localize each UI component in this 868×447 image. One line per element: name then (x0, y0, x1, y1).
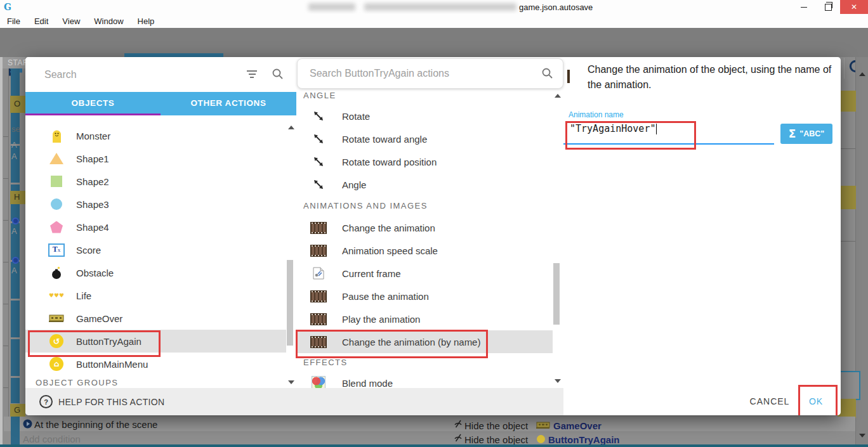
annotation-box-tryagain (28, 330, 161, 357)
comment-fragment: H (14, 192, 20, 202)
action-item-change-animation[interactable]: Change the animation (296, 216, 553, 239)
menu-file[interactable]: File (0, 16, 27, 26)
object-item-label: Shape4 (76, 222, 109, 233)
events-tree-ticks (3, 95, 8, 418)
action-item-rotate[interactable]: Rotate (296, 105, 553, 127)
section-header-effects: EFFECTS (303, 358, 348, 367)
objects-scroll-down-icon[interactable] (288, 380, 294, 384)
action-item-label: Angle (342, 179, 366, 190)
object-item-shape3[interactable]: Shape3 (25, 193, 286, 216)
actions-scrollbar-thumb[interactable] (553, 263, 560, 325)
action-item-angle[interactable]: Angle (296, 173, 553, 196)
event-condition-row (4, 431, 855, 446)
object-groups-header: OBJECT GROUPS (36, 378, 119, 387)
tryagain-mini-icon (537, 435, 545, 443)
action-item-label: Pause the animation (342, 291, 429, 302)
object-item-monster[interactable]: Monster (25, 124, 286, 147)
object-item-shape4[interactable]: Shape4 (25, 216, 286, 238)
object-item-score[interactable]: Tx Score (25, 238, 286, 261)
object-item-label: Shape3 (76, 199, 109, 210)
search-icon (541, 67, 554, 80)
hide-action-object: ButtonTryAgain (548, 434, 620, 445)
annotation-box-ok (798, 385, 838, 415)
objects-scroll-up-icon[interactable] (288, 126, 294, 129)
close-icon: ✕ (851, 3, 857, 11)
hide-action-icon (454, 434, 462, 442)
gameover-banner-icon (48, 314, 65, 322)
minimize-icon (801, 7, 807, 8)
start-column-label: START (8, 58, 25, 67)
object-item-gameover[interactable]: GameOver (25, 307, 286, 330)
action-item-rotate-toward-position[interactable]: Rotate toward position (296, 150, 553, 173)
event-selection-bar (11, 417, 20, 446)
objects-scrollbar-thumb[interactable] (287, 260, 293, 346)
actions-search-input[interactable] (308, 59, 533, 88)
menu-view[interactable]: View (55, 16, 87, 26)
square-icon (48, 176, 65, 187)
gdevelop-window: G game.json.autosave ✕ File Edit View Wi… (0, 0, 868, 447)
object-item-obstacle[interactable]: Obstacle (25, 261, 286, 284)
action-item-current-frame[interactable]: Current frame (296, 262, 553, 285)
circle-icon (48, 198, 65, 210)
rotate-icon (310, 179, 327, 190)
annotation-box-animation-name (565, 121, 696, 150)
hide-action-text: Hide the object (464, 434, 528, 445)
menu-help[interactable]: Help (131, 16, 162, 26)
redacted-path-block (364, 3, 516, 11)
tab-objects[interactable]: OBJECTS (25, 92, 161, 113)
abc-label: "ABC" (799, 129, 824, 138)
search-icon (272, 68, 284, 81)
actions-scroll-up-icon[interactable] (555, 94, 561, 98)
events-tree-line (8, 68, 9, 444)
redacted-text-block (308, 3, 355, 11)
object-item-shape2[interactable]: Shape2 (25, 170, 286, 193)
objects-tabbar: OBJECTS OTHER ACTIONS (25, 92, 296, 115)
frame-page-icon (310, 267, 327, 280)
action-item-label: Rotate toward angle (342, 134, 427, 145)
filmstrip-icon (310, 290, 327, 302)
maximize-button[interactable] (816, 0, 840, 14)
window-title: game.json.autosave (519, 3, 593, 12)
help-link[interactable]: HELP FOR THIS ACTION (58, 397, 164, 407)
event-selection-bar (11, 68, 20, 403)
event-text-fragment: A (11, 266, 17, 275)
action-description: Change the animation of the object, usin… (588, 62, 840, 93)
minimize-button[interactable] (792, 0, 816, 14)
close-button[interactable]: ✕ (840, 0, 868, 14)
triangle-icon (48, 153, 65, 164)
comment-fragment: G (14, 405, 20, 415)
menu-edit[interactable]: Edit (27, 16, 55, 26)
rotate-icon (310, 110, 327, 122)
event-text-fragment: A (11, 226, 17, 236)
condition-flower-icon (12, 217, 19, 224)
action-item-label: Current frame (342, 268, 401, 279)
action-item-animation-speed[interactable]: Animation speed scale (296, 239, 553, 262)
home-button-icon: ⌂ (48, 357, 65, 371)
at-beginning-icon (23, 419, 32, 429)
filter-icon[interactable] (247, 70, 257, 78)
section-header-angle: ANGLE (303, 91, 336, 100)
action-item-rotate-toward-angle[interactable]: Rotate toward angle (296, 127, 553, 150)
dialog-footer: ? HELP FOR THIS ACTION (25, 388, 563, 415)
action-item-pause-animation[interactable]: Pause the animation (296, 285, 553, 308)
add-condition-text: Add condition (23, 434, 81, 444)
object-item-shape1[interactable]: Shape1 (25, 147, 286, 170)
cancel-button[interactable]: CANCEL (741, 393, 798, 410)
object-item-label: Obstacle (76, 268, 114, 278)
active-tab-indicator (25, 113, 161, 115)
filmstrip-icon (567, 71, 570, 82)
action-item-play-animation[interactable]: Play the animation (296, 308, 553, 330)
tab-other-actions[interactable]: OTHER ACTIONS (161, 92, 296, 113)
condition-flower-icon (12, 257, 19, 264)
object-item-label: Shape2 (76, 176, 109, 187)
action-item-label: Blend mode (342, 378, 393, 389)
object-item-life[interactable]: ♥♥♥ Life (25, 284, 286, 307)
gdevelop-logo-icon: G (4, 2, 11, 12)
toolbar-separator (844, 58, 845, 79)
expression-editor-button[interactable]: Σ "ABC" (780, 124, 832, 144)
hearts-icon: ♥♥♥ (48, 292, 65, 299)
menubar: File Edit View Window Help (0, 14, 868, 29)
menu-window[interactable]: Window (87, 16, 130, 26)
objects-search-input[interactable] (25, 57, 260, 92)
actions-scroll-down-icon[interactable] (555, 379, 561, 383)
